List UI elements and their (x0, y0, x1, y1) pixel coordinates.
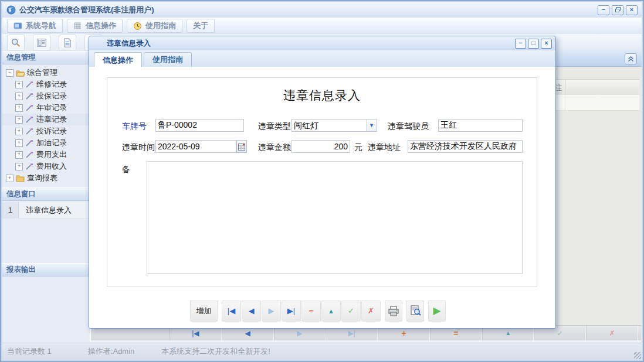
last-record-button[interactable]: ▶| (282, 300, 301, 322)
report-icon (36, 37, 47, 48)
cancel-button[interactable]: ✗ (361, 300, 381, 322)
expand-toggle-icon[interactable]: + (15, 151, 23, 159)
dialog-maximize-button[interactable]: □ (528, 39, 539, 49)
folder-icon (16, 175, 25, 182)
plate-input[interactable] (155, 119, 244, 132)
dialog-minimize-button[interactable]: − (515, 39, 526, 49)
date-picker-button[interactable] (236, 140, 247, 153)
tree-label: 综合管理 (27, 67, 57, 78)
collapse-toggle-icon[interactable]: − (6, 69, 13, 77)
tab-info-operation[interactable]: 信息操作 (94, 52, 142, 67)
print-preview-button[interactable] (406, 300, 424, 322)
document-button[interactable] (59, 35, 76, 51)
tree-label: 加油记录 (36, 138, 67, 148)
panel-collapse-button[interactable] (625, 53, 637, 64)
tool-icon (25, 93, 34, 100)
expand-toggle-icon[interactable]: + (15, 163, 23, 170)
amount-input[interactable] (292, 140, 350, 153)
menu-about[interactable]: 关于 (187, 19, 215, 33)
time-input[interactable] (155, 140, 236, 153)
menu-user-guide[interactable]: 使用指南 (127, 19, 182, 33)
info-window-list: 1 违章信息录入 (2, 201, 90, 218)
dialog-toolbar: 增加 |◀ ◀ ▶ ▶| − ▲ ✓ ✗ ▶ (190, 300, 446, 322)
type-label: 违章类型 (258, 121, 291, 132)
grid-icon (73, 22, 82, 30)
menu-info-operation[interactable]: 信息操作 (67, 19, 123, 33)
menu-system-nav[interactable]: 系统导航 (7, 19, 63, 33)
column-divider (565, 80, 565, 95)
report-button[interactable] (33, 35, 50, 51)
remark-textarea[interactable] (147, 161, 523, 274)
tool-icon (25, 128, 34, 135)
edit-record-button[interactable]: ▲ (321, 300, 341, 322)
tree-label: 费用收入 (36, 161, 67, 172)
address-input[interactable] (408, 140, 523, 153)
confirm-button[interactable]: ✓ (341, 300, 361, 322)
amount-unit: 元 (354, 142, 362, 153)
menu-label: 使用指南 (145, 21, 176, 31)
calendar-icon (238, 143, 245, 151)
tree-item-nianshen[interactable]: + 年审记录 (2, 102, 90, 114)
sidebar-section-info-window: 信息窗口 (2, 187, 90, 201)
tree-item-tousu[interactable]: + 投诉记录 (2, 125, 90, 137)
form-heading: 违章信息录入 (107, 87, 537, 104)
minimize-button[interactable]: − (598, 5, 609, 15)
expand-toggle-icon[interactable]: + (15, 139, 23, 147)
monitor-icon (13, 22, 22, 30)
expand-toggle-icon[interactable]: + (15, 81, 23, 88)
tree-item-weizhang[interactable]: + 违章记录 (2, 114, 90, 125)
tree-item-toubao[interactable]: + 投保记录 (2, 90, 90, 102)
amount-label: 违章金额 (258, 142, 291, 153)
tree-item-feiyong-zhichu[interactable]: + 费用支出 (2, 149, 90, 160)
dialog-close-button[interactable]: × (541, 39, 552, 49)
time-label: 违章时间 (122, 142, 155, 153)
info-window-item[interactable]: 1 违章信息录入 (2, 202, 90, 218)
close-button[interactable]: × (626, 5, 638, 15)
next-record-button[interactable]: ▶ (262, 300, 281, 322)
expand-toggle-icon[interactable]: + (15, 104, 23, 112)
tree-item-chaxun-baobiao[interactable]: + 查询报表 (2, 172, 90, 184)
document-icon (62, 37, 73, 48)
tree-item-feiyong-shouru[interactable]: + 费用收入 (2, 160, 90, 172)
restore-button[interactable] (612, 5, 623, 15)
add-button[interactable]: 增加 (190, 300, 218, 322)
delete-record-button[interactable]: − (301, 300, 321, 322)
printer-icon (388, 306, 399, 316)
tree-item-weixiu[interactable]: + 维修记录 (2, 78, 90, 90)
dialog-title: 违章信息录入 (107, 39, 151, 49)
resize-grip[interactable] (634, 352, 641, 359)
column-divider (565, 95, 565, 110)
main-window: 公交汽车票款综合管理系统(非注册用户) − × 系统导航 信息操作 使用指南 关… (0, 0, 644, 362)
dialog-titlebar: 违章信息录入 − □ × (89, 36, 555, 51)
nav-cancel-button[interactable]: ✗ (586, 326, 638, 340)
tree-label: 查询报表 (27, 173, 57, 183)
menu-label: 关于 (193, 21, 208, 31)
driver-input[interactable] (438, 119, 523, 132)
tree-item-jiayou[interactable]: + 加油记录 (2, 137, 90, 149)
expand-toggle-icon[interactable]: + (6, 175, 13, 182)
expand-toggle-icon[interactable]: + (15, 93, 23, 100)
tree-item-zonghe[interactable]: − 综合管理 (2, 67, 90, 78)
tool-icon (25, 163, 34, 170)
prev-record-button[interactable]: ◀ (242, 300, 261, 322)
statusbar: 当前记录数 1 操作者:Admin 本系统支持二次开发和全新开发! (2, 343, 642, 360)
print-button[interactable] (385, 300, 402, 322)
status-operator: 操作者:Admin (88, 346, 134, 357)
tool-icon (25, 104, 34, 112)
search-icon (11, 37, 21, 48)
expand-toggle-icon[interactable]: + (15, 128, 23, 135)
menubar: 系统导航 信息操作 使用指南 关于 (2, 18, 642, 35)
window-titlebar: 公交汽车票款综合管理系统(非注册用户) − × (2, 2, 642, 18)
tool-icon (25, 139, 34, 147)
type-select-value: 闯红灯 (292, 119, 366, 131)
type-select[interactable]: 闯红灯 ▼ (292, 119, 377, 132)
sidebar: 信息管理 − 综合管理 + 维修记录 + 投保记录 + 年审记录 (2, 51, 91, 343)
tab-user-guide[interactable]: 使用指南 (144, 52, 192, 67)
search-button[interactable] (7, 35, 25, 51)
expand-toggle-icon[interactable]: + (15, 116, 23, 124)
first-record-button[interactable]: |◀ (222, 300, 241, 322)
chevron-down-icon[interactable]: ▼ (366, 119, 377, 131)
tree-label: 费用支出 (36, 149, 67, 160)
menu-label: 信息操作 (86, 21, 116, 31)
run-button[interactable]: ▶ (428, 300, 446, 322)
